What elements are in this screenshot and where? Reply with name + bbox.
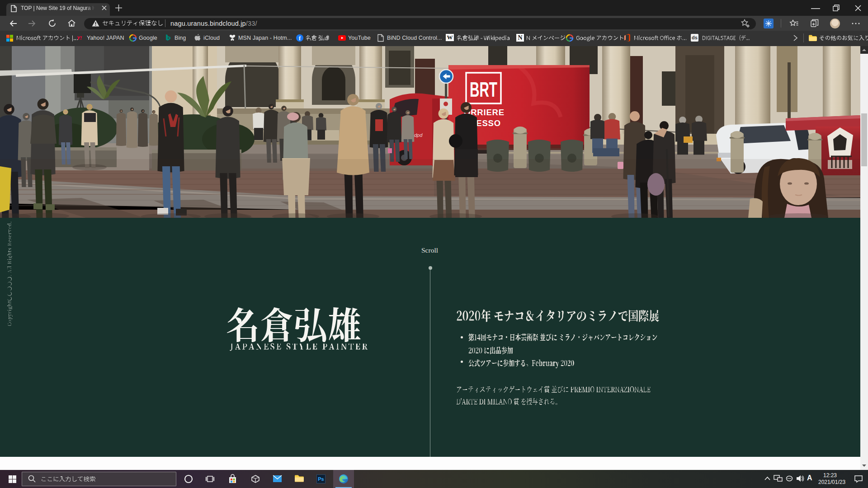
svg-text:dpd: dpd xyxy=(414,132,423,138)
svg-text:BRT: BRT xyxy=(470,78,497,101)
